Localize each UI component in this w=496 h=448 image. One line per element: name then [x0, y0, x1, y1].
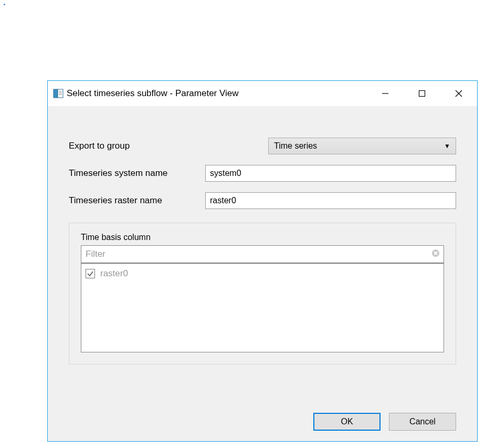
export-to-group-row: Export to group Time series ▼ — [69, 138, 456, 154]
checkbox[interactable] — [86, 269, 95, 278]
list-item[interactable]: raster0 — [86, 267, 439, 280]
close-button[interactable] — [440, 81, 477, 106]
time-basis-label: Time basis column — [81, 233, 444, 242]
list-body: raster0 — [81, 264, 444, 352]
cancel-button-label: Cancel — [409, 417, 436, 426]
system-name-input[interactable] — [205, 165, 456, 182]
chevron-down-icon: ▼ — [444, 142, 450, 150]
button-row: OK Cancel — [69, 392, 456, 431]
ok-button[interactable]: OK — [313, 413, 381, 431]
raster-name-row: Timeseries raster name — [69, 192, 456, 209]
export-to-group-label: Export to group — [69, 141, 205, 151]
list-item-label: raster0 — [100, 268, 128, 279]
check-icon — [87, 270, 94, 277]
raster-name-input[interactable] — [205, 192, 456, 209]
system-name-row: Timeseries system name — [69, 165, 456, 182]
export-to-group-combo[interactable]: Time series ▼ — [268, 138, 456, 154]
svg-rect-6 — [419, 91, 425, 97]
filter-row — [81, 246, 444, 264]
time-basis-group: Time basis column — [69, 223, 456, 364]
window-controls — [367, 81, 477, 106]
client-area: Export to group Time series ▼ Timeseries… — [48, 106, 477, 441]
system-name-label: Timeseries system name — [69, 168, 205, 179]
raster-name-label: Timeseries raster name — [69, 195, 205, 206]
svg-rect-1 — [58, 89, 63, 98]
titlebar[interactable]: Select timeseries subflow - Parameter Vi… — [48, 81, 477, 106]
clear-icon — [431, 249, 440, 259]
svg-rect-0 — [54, 89, 58, 98]
dialog-window: Select timeseries subflow - Parameter Vi… — [47, 80, 478, 442]
window-title: Select timeseries subflow - Parameter Vi… — [67, 88, 239, 99]
maximize-button[interactable] — [404, 81, 440, 106]
app-icon — [53, 88, 64, 99]
export-to-group-value: Time series — [274, 141, 317, 151]
minimize-button[interactable] — [367, 81, 404, 106]
time-basis-list-panel: raster0 — [81, 245, 444, 352]
decorative-dot — [4, 4, 5, 5]
cancel-button[interactable]: Cancel — [389, 413, 456, 431]
clear-filter-button[interactable] — [428, 249, 444, 259]
ok-button-label: OK — [341, 417, 353, 426]
filter-input[interactable] — [81, 249, 428, 259]
